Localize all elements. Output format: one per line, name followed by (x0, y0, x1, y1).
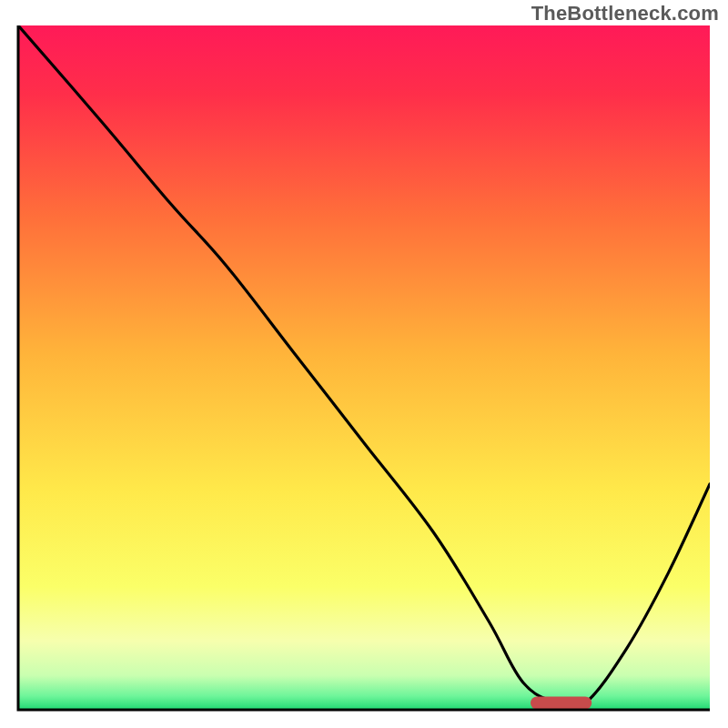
watermark-text: TheBottleneck.com (531, 2, 719, 25)
bottleneck-chart (0, 0, 728, 728)
plot-background (18, 25, 710, 710)
